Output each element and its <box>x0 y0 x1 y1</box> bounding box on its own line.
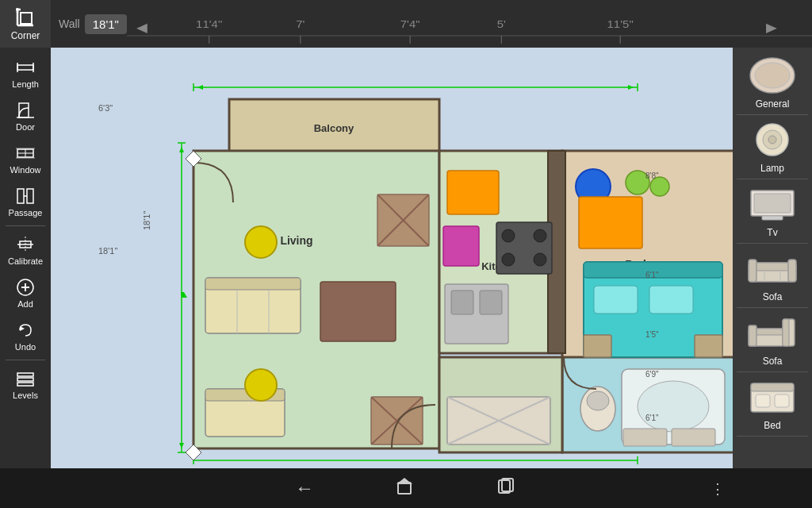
furniture-sofa2-label: Sofa <box>763 356 783 367</box>
svg-rect-93 <box>443 226 479 266</box>
top-ruler: 11'4" 7' 7'4" 5' 11'5" ◀ ▶ <box>127 0 812 48</box>
svg-rect-103 <box>579 197 642 248</box>
corner-label: Corner <box>11 30 40 41</box>
svg-point-135 <box>768 136 776 144</box>
svg-rect-139 <box>762 216 783 220</box>
furniture-sofa-1[interactable]: Sofa <box>737 244 808 308</box>
svg-rect-101 <box>480 291 502 314</box>
sidebar-levels[interactable]: Levels <box>2 364 49 405</box>
sidebar-length[interactable]: Length <box>2 52 49 94</box>
svg-point-115 <box>638 381 709 432</box>
svg-rect-26 <box>16 148 35 149</box>
svg-rect-27 <box>16 157 35 159</box>
canvas-area[interactable]: 6'3" 18'1" 11'4" 7' 7'4" <box>51 48 733 468</box>
svg-point-98 <box>534 253 546 266</box>
wall-value[interactable]: 18'1" <box>85 14 127 34</box>
sidebar-passage[interactable]: Passage <box>2 181 49 222</box>
furniture-tv[interactable]: Tv <box>737 179 808 244</box>
svg-text:7': 7' <box>296 18 304 30</box>
svg-rect-117 <box>672 429 715 446</box>
back-button[interactable]: ← <box>287 472 322 504</box>
svg-marker-156 <box>396 478 412 484</box>
furniture-general[interactable]: General <box>737 51 808 115</box>
svg-point-96 <box>534 229 546 242</box>
svg-text:▶: ▶ <box>766 20 778 35</box>
svg-text:18'1": 18'1" <box>98 246 117 256</box>
furniture-lamp[interactable]: Lamp <box>737 115 808 179</box>
sidebar-add[interactable]: Add <box>2 272 49 314</box>
svg-marker-37 <box>20 326 25 331</box>
svg-rect-38 <box>17 383 33 386</box>
svg-rect-152 <box>751 383 794 391</box>
sidebar-calibrate[interactable]: Calibrate <box>2 229 49 271</box>
right-sidebar: General Lamp Tv <box>733 48 812 468</box>
svg-rect-40 <box>17 373 33 376</box>
svg-text:6'9": 6'9" <box>645 370 659 379</box>
svg-rect-92 <box>447 171 499 214</box>
furniture-sofa1-label: Sofa <box>763 291 783 302</box>
svg-point-95 <box>502 229 515 242</box>
svg-rect-81 <box>320 282 396 341</box>
svg-text:6'1": 6'1" <box>645 271 659 279</box>
svg-text:1'5": 1'5" <box>645 330 659 339</box>
furniture-bed[interactable]: Bed <box>737 372 808 437</box>
svg-text:7'4": 7'4" <box>400 18 420 30</box>
svg-rect-111 <box>695 335 722 357</box>
svg-text:Balcony: Balcony <box>314 122 354 134</box>
svg-rect-18 <box>17 65 33 70</box>
svg-text:11'5": 11'5" <box>607 18 633 30</box>
svg-rect-100 <box>451 291 473 314</box>
svg-text:◀: ◀ <box>136 20 147 35</box>
bottom-bar: ← ⋮ <box>0 468 812 508</box>
svg-text:11'4": 11'4" <box>196 18 222 30</box>
svg-rect-149 <box>783 319 789 346</box>
sidebar-undo[interactable]: Undo <box>2 315 49 356</box>
svg-rect-109 <box>649 286 693 314</box>
wall-label: Wall <box>59 17 80 30</box>
svg-text:8'8": 8'8" <box>645 171 659 180</box>
recent-button[interactable] <box>487 470 525 506</box>
svg-rect-21 <box>19 103 29 117</box>
left-sidebar: Length Door Window <box>0 48 51 468</box>
sidebar-window[interactable]: Window <box>2 138 49 179</box>
svg-rect-29 <box>27 189 33 203</box>
svg-rect-94 <box>496 222 552 274</box>
more-button[interactable]: ⋮ <box>710 480 725 498</box>
furniture-lamp-label: Lamp <box>760 163 784 174</box>
svg-text:18'1": 18'1" <box>142 211 151 230</box>
svg-rect-78 <box>205 278 301 290</box>
svg-point-113 <box>587 391 609 410</box>
svg-rect-108 <box>594 286 638 314</box>
svg-text:5': 5' <box>497 18 506 30</box>
home-button[interactable] <box>385 470 423 506</box>
sidebar-door[interactable]: Door <box>2 95 49 137</box>
furniture-tv-label: Tv <box>767 227 777 238</box>
furniture-sofa-2[interactable]: Sofa <box>737 308 808 372</box>
svg-rect-116 <box>623 429 667 446</box>
svg-rect-2 <box>21 13 32 24</box>
svg-rect-150 <box>749 325 756 346</box>
svg-point-90 <box>245 226 277 258</box>
svg-rect-28 <box>17 189 24 203</box>
corner-button[interactable]: Corner <box>0 0 51 48</box>
svg-text:6'1": 6'1" <box>645 414 659 422</box>
svg-rect-39 <box>17 378 33 381</box>
svg-rect-153 <box>756 394 770 407</box>
svg-rect-154 <box>775 394 789 407</box>
svg-rect-142 <box>749 260 756 282</box>
svg-point-91 <box>245 369 277 401</box>
svg-point-97 <box>502 253 515 266</box>
furniture-bed-label: Bed <box>764 420 780 431</box>
furniture-general-label: General <box>756 98 790 110</box>
svg-rect-110 <box>584 335 611 357</box>
svg-rect-143 <box>788 260 796 282</box>
svg-text:Living: Living <box>280 234 312 247</box>
svg-text:6'3": 6'3" <box>98 103 113 113</box>
svg-rect-137 <box>754 194 791 213</box>
svg-point-132 <box>755 63 790 88</box>
svg-rect-155 <box>398 483 411 494</box>
